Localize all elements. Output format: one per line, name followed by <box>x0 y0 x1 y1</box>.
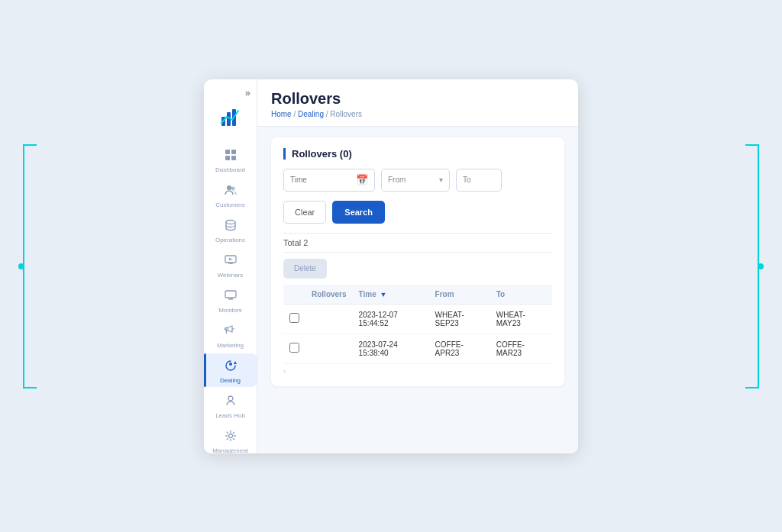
svg-rect-4 <box>231 150 236 154</box>
rollovers-table: Rollovers Time ▼ From <box>283 285 552 364</box>
scroll-indicator: ‹ <box>283 367 552 376</box>
row-2-to: COFFE-MAR23 <box>490 334 552 363</box>
sidebar-item-webinars[interactable]: Webinars <box>204 248 257 282</box>
th-time[interactable]: Time ▼ <box>353 285 429 305</box>
th-from: From <box>429 285 490 305</box>
sidebar-expand-button[interactable]: » <box>229 87 257 98</box>
webinars-icon <box>225 254 237 270</box>
svg-point-7 <box>227 185 231 190</box>
sidebar-item-dashboard[interactable]: Dashboard <box>204 143 257 176</box>
sidebar-item-monitors[interactable]: Monitors <box>204 283 257 317</box>
table-body: 2023-12-07 15:44:52 WHEAT-SEP23 WHEAT-MA… <box>283 304 552 363</box>
management-icon <box>225 430 237 446</box>
row-2-rollovers <box>305 334 353 363</box>
sidebar-item-label: Dealing <box>220 377 241 384</box>
sidebar-item-label: Customers <box>215 202 245 208</box>
marketing-icon <box>225 324 237 340</box>
monitors-icon <box>225 289 237 305</box>
rollovers-card: Rollovers (0) 📅 From ▾ <box>271 137 564 386</box>
to-filter: To <box>456 169 502 192</box>
row-checkbox-cell <box>283 304 305 334</box>
svg-point-21 <box>228 396 233 401</box>
total-row: Total 2 <box>283 233 552 253</box>
from-filter[interactable]: From ▾ <box>381 169 450 192</box>
bracket-left <box>23 144 37 389</box>
time-input[interactable] <box>290 176 351 184</box>
sidebar-item-dealing[interactable]: Dealing <box>204 353 257 387</box>
dashboard-icon <box>225 149 237 165</box>
table-header: Rollovers Time ▼ From <box>283 285 552 305</box>
card-title: Rollovers (0) <box>283 148 552 160</box>
leads-hub-icon <box>225 395 237 411</box>
svg-rect-3 <box>225 150 230 154</box>
page-title: Rollovers <box>271 90 564 108</box>
sidebar-item-customers[interactable]: Customers <box>204 178 257 211</box>
svg-rect-14 <box>225 291 236 298</box>
row-1-checkbox[interactable] <box>289 313 299 323</box>
breadcrumb: Home / Dealing / Rollovers <box>271 110 564 118</box>
sidebar-item-label: Webinars <box>218 272 244 279</box>
sidebar-item-marketing[interactable]: Marketing <box>204 318 257 352</box>
page-header: Rollovers Home / Dealing / Rollovers <box>257 79 578 127</box>
from-select[interactable]: From <box>388 176 435 184</box>
th-to: To <box>490 285 552 305</box>
sidebar-item-label: Operations <box>215 237 245 243</box>
expand-icon: » <box>245 87 250 98</box>
svg-point-8 <box>231 186 234 190</box>
sidebar-item-leads-hub[interactable]: Leads Hub <box>204 389 257 422</box>
row-checkbox-cell <box>283 334 305 363</box>
row-2-checkbox[interactable] <box>289 343 299 353</box>
row-1-from: WHEAT-SEP23 <box>429 304 490 334</box>
app-window: » Dashboard <box>204 79 578 453</box>
sidebar-item-label: Management <box>212 447 248 453</box>
bracket-dot-left <box>18 263 24 269</box>
calendar-icon: 📅 <box>356 174 368 185</box>
sort-icon: ▼ <box>380 291 387 298</box>
row-2-from: COFFE-APR23 <box>429 334 490 363</box>
sidebar-nav: Dashboard Customers Operations <box>204 143 257 453</box>
time-filter: 📅 <box>283 169 375 192</box>
search-button[interactable]: Search <box>332 201 385 224</box>
dealing-icon <box>225 360 237 376</box>
row-1-time: 2023-12-07 15:44:52 <box>353 304 429 334</box>
button-row: Clear Search <box>283 201 552 224</box>
sidebar-item-label: Marketing <box>217 342 244 349</box>
table-row: 2023-12-07 15:44:52 WHEAT-SEP23 WHEAT-MA… <box>283 304 552 334</box>
sidebar-item-label: Monitors <box>218 307 242 314</box>
total-label: Total 2 <box>283 238 308 247</box>
svg-point-22 <box>228 434 232 437</box>
clear-button[interactable]: Clear <box>283 201 326 224</box>
breadcrumb-current: Rollovers <box>330 110 362 118</box>
svg-rect-6 <box>231 156 236 160</box>
outer-wrapper: » Dashboard <box>0 0 782 532</box>
filter-row: 📅 From ▾ To <box>283 169 552 192</box>
sidebar-logo <box>219 106 242 132</box>
svg-marker-11 <box>229 258 233 260</box>
main-content: Rollovers Home / Dealing / Rollovers Rol… <box>257 79 578 453</box>
chevron-down-icon: ▾ <box>439 176 443 184</box>
sidebar-item-label: Leads Hub <box>215 412 245 419</box>
svg-rect-5 <box>225 156 230 160</box>
sidebar-item-management[interactable]: Management <box>204 424 257 453</box>
table-wrapper: Rollovers Time ▼ From <box>283 285 552 376</box>
svg-point-9 <box>226 220 235 224</box>
customers-icon <box>225 184 237 200</box>
sidebar: » Dashboard <box>204 79 257 453</box>
to-label: To <box>463 176 471 184</box>
svg-marker-17 <box>226 326 232 332</box>
sidebar-item-label: Dashboard <box>215 166 245 173</box>
sidebar-item-operations[interactable]: Operations <box>204 213 257 247</box>
row-2-time: 2023-07-24 15:38:40 <box>353 334 429 363</box>
bracket-dot-right <box>758 263 764 269</box>
row-1-rollovers <box>305 304 353 334</box>
row-1-to: WHEAT-MAY23 <box>490 304 552 334</box>
content-area: Rollovers (0) 📅 From ▾ <box>257 127 578 453</box>
th-checkbox <box>283 285 305 305</box>
breadcrumb-home[interactable]: Home <box>271 110 292 118</box>
th-rollovers: Rollovers <box>305 285 353 305</box>
breadcrumb-dealing[interactable]: Dealing <box>298 110 324 118</box>
operations-icon <box>225 219 237 235</box>
delete-button[interactable]: Delete <box>283 259 327 279</box>
table-row: 2023-07-24 15:38:40 COFFE-APR23 COFFE-MA… <box>283 334 552 363</box>
